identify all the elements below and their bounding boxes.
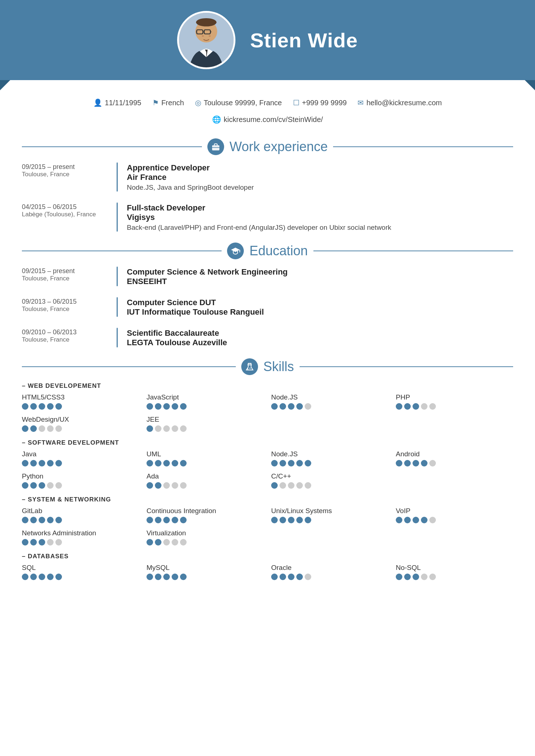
dot-filled [296,460,303,466]
location-icon: ◎ [195,98,201,107]
svg-point-16 [247,369,248,370]
skill-name-0-0: HTML5/CSS3 [22,393,139,401]
skills-grid-0: HTML5/CSS3JavaScriptNode.JSPHPWebDesign/… [22,393,513,432]
skill-dots-2-5 [147,539,264,546]
location-item: ◎ Toulouse 99999, France [195,98,282,107]
skill-item-3-0: SQL [22,564,139,580]
dot-filled [172,517,178,523]
dot-filled [180,460,187,466]
dot-empty [180,482,187,489]
work-entry-1-date: 09/2015 – present Toulouse, France [22,162,117,192]
skill-name-1-0: Java [22,450,139,458]
skill-category-3: – DATABASESSQLMySQLOracleNo-SQL [22,553,513,580]
dot-filled [30,517,37,523]
skill-dots-1-6 [271,482,388,489]
skill-dots-1-4 [22,482,139,489]
skill-name-0-5: JEE [147,416,264,424]
dot-filled [47,517,54,523]
skill-item-2-1: Continuous Integration [147,507,264,523]
ribbon-left [0,80,10,90]
dot-filled [147,539,153,546]
skill-name-1-4: Python [22,472,139,480]
entry-divider [117,297,118,317]
skill-dots-1-0 [22,460,139,466]
dot-filled [413,460,419,466]
skill-item-0-4: WebDesign/UX [22,416,139,432]
skill-name-0-3: PHP [396,393,513,401]
edu-entry-2: 09/2013 – 06/2015 Toulouse, France Compu… [22,297,513,317]
dot-filled [22,482,28,489]
dot-filled [396,517,402,523]
section-line-left [22,146,202,147]
dot-filled [305,460,311,466]
dot-filled [22,574,28,580]
avatar [177,11,235,69]
email-item: ✉ hello@kickresume.com [358,98,442,107]
dot-empty [429,517,436,523]
skill-item-1-3: Android [396,450,513,466]
dot-filled [288,517,294,523]
phone-icon: ☐ [293,98,300,107]
dot-filled [30,460,37,466]
dot-empty [305,482,311,489]
work-entry-2: 04/2015 – 06/2015 Labège (Toulouse), Fra… [22,202,513,232]
skill-item-2-3: VoIP [396,507,513,523]
skill-category-1: – SOFTWARE DEVELOPMENTJavaUMLNode.JSAndr… [22,439,513,489]
skill-name-1-1: UML [147,450,264,458]
education-icon [227,243,244,259]
svg-marker-12 [231,248,240,252]
dot-empty [163,482,170,489]
dot-filled [172,403,178,410]
section-line-right-skills [300,366,513,367]
edu-entry-3: 09/2010 – 06/2013 Toulouse, France Scien… [22,328,513,347]
dot-empty [172,539,178,546]
skill-name-2-1: Continuous Integration [147,507,264,515]
skill-name-0-2: Node.JS [271,393,388,401]
skill-dots-3-1 [147,574,264,580]
skill-dots-0-5 [147,425,264,432]
dot-filled [305,517,311,523]
dot-empty [172,482,178,489]
skill-category-label-2: – SYSTEM & NETWORKING [22,496,513,503]
section-line-left-edu [22,251,222,251]
dot-filled [271,403,278,410]
dot-filled [147,517,153,523]
dot-empty [421,574,427,580]
skill-dots-2-3 [396,517,513,523]
skill-item-1-0: Java [22,450,139,466]
dot-filled [288,574,294,580]
dot-filled [39,460,45,466]
work-entry-1: 09/2015 – present Toulouse, France Appre… [22,162,513,192]
skill-name-0-4: WebDesign/UX [22,416,139,424]
candidate-name: Stien Wide [250,28,358,52]
dot-filled [155,539,161,546]
section-line-left-skills [22,366,236,367]
dot-filled [288,460,294,466]
dot-filled [155,482,161,489]
dot-filled [404,574,411,580]
section-line-right-edu [313,251,513,251]
dot-filled [147,425,153,432]
work-experience-header: Work experience [22,138,513,155]
skill-dots-0-3 [396,403,513,410]
dob-value: 11/11/1995 [105,99,141,107]
dot-filled [30,482,37,489]
dot-empty [47,539,54,546]
education-title: Education [249,243,308,259]
edu-entry-1: 09/2015 – present Toulouse, France Compu… [22,267,513,286]
skills-header: Skills [22,358,513,375]
nationality-value: French [161,99,184,107]
dot-filled [39,403,45,410]
dot-empty [180,539,187,546]
skill-dots-3-2 [271,574,388,580]
skill-name-1-2: Node.JS [271,450,388,458]
nationality-item: ⚑ French [152,98,184,107]
dot-filled [271,574,278,580]
dot-empty [280,482,286,489]
skill-dots-0-2 [271,403,388,410]
dot-filled [147,574,153,580]
dot-filled [30,403,37,410]
work-experience-entries: 09/2015 – present Toulouse, France Appre… [22,162,513,232]
dot-filled [30,539,37,546]
dot-filled [404,517,411,523]
